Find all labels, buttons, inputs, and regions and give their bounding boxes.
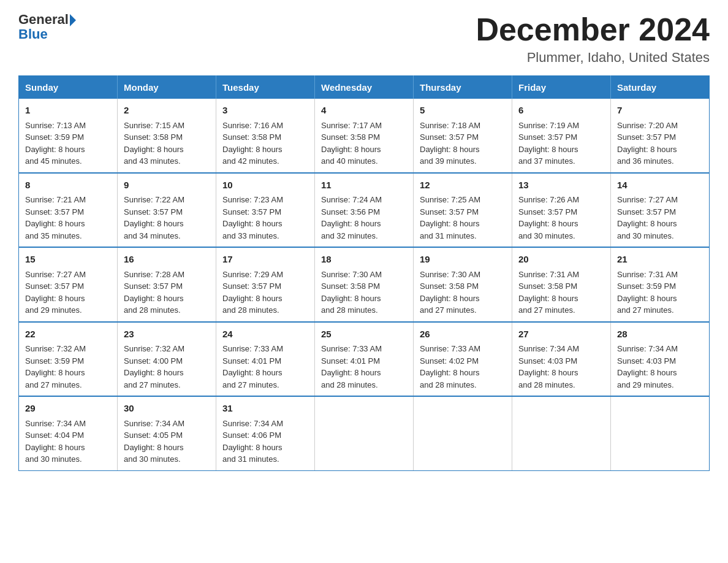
day-number: 1 [25,104,111,118]
col-thursday: Thursday [414,76,512,99]
day-info: Sunrise: 7:22 AMSunset: 3:57 PMDaylight:… [124,195,184,240]
calendar-cell [414,396,512,470]
day-number: 16 [124,253,210,267]
calendar-week-row: 22Sunrise: 7:32 AMSunset: 3:59 PMDayligh… [19,322,710,397]
logo-general: General [18,12,69,27]
day-info: Sunrise: 7:27 AMSunset: 3:57 PMDaylight:… [617,195,678,240]
calendar-table: Sunday Monday Tuesday Wednesday Thursday… [18,75,710,471]
day-number: 7 [617,104,703,118]
day-info: Sunrise: 7:18 AMSunset: 3:57 PMDaylight:… [420,121,480,166]
calendar-cell: 28Sunrise: 7:34 AMSunset: 4:03 PMDayligh… [611,322,710,397]
calendar-cell: 27Sunrise: 7:34 AMSunset: 4:03 PMDayligh… [512,322,611,397]
calendar-cell: 10Sunrise: 7:23 AMSunset: 3:57 PMDayligh… [216,173,315,248]
calendar-cell: 23Sunrise: 7:32 AMSunset: 4:00 PMDayligh… [118,322,216,397]
calendar-cell: 20Sunrise: 7:31 AMSunset: 3:58 PMDayligh… [512,247,611,322]
location-subtitle: Plummer, Idaho, United States [476,50,710,66]
day-info: Sunrise: 7:19 AMSunset: 3:57 PMDaylight:… [518,121,579,166]
day-number: 23 [124,327,210,342]
calendar-cell: 6Sunrise: 7:19 AMSunset: 3:57 PMDaylight… [512,99,611,173]
calendar-week-row: 15Sunrise: 7:27 AMSunset: 3:57 PMDayligh… [19,247,710,322]
calendar-cell: 7Sunrise: 7:20 AMSunset: 3:57 PMDaylight… [611,99,710,173]
day-number: 21 [617,253,703,267]
day-info: Sunrise: 7:31 AMSunset: 3:58 PMDaylight:… [518,270,579,315]
calendar-cell: 21Sunrise: 7:31 AMSunset: 3:59 PMDayligh… [611,247,710,322]
day-info: Sunrise: 7:33 AMSunset: 4:01 PMDaylight:… [222,344,283,389]
day-number: 9 [124,178,210,193]
day-info: Sunrise: 7:26 AMSunset: 3:57 PMDaylight:… [518,195,579,240]
day-number: 30 [124,402,210,416]
calendar-cell: 3Sunrise: 7:16 AMSunset: 3:58 PMDaylight… [216,99,315,173]
calendar-cell [512,396,611,470]
day-number: 31 [222,402,308,416]
logo: General Blue [18,12,76,42]
day-number: 8 [25,178,111,193]
calendar-cell: 1Sunrise: 7:13 AMSunset: 3:59 PMDaylight… [19,99,118,173]
calendar-cell: 11Sunrise: 7:24 AMSunset: 3:56 PMDayligh… [315,173,414,248]
day-number: 17 [222,253,308,267]
day-number: 25 [321,327,407,342]
day-number: 13 [518,178,604,193]
day-number: 22 [25,327,111,342]
day-number: 27 [518,327,604,342]
col-monday: Monday [118,76,216,99]
calendar-cell: 29Sunrise: 7:34 AMSunset: 4:04 PMDayligh… [19,396,118,470]
calendar-cell: 14Sunrise: 7:27 AMSunset: 3:57 PMDayligh… [611,173,710,248]
day-info: Sunrise: 7:29 AMSunset: 3:57 PMDaylight:… [222,270,283,315]
day-number: 19 [420,253,506,267]
day-info: Sunrise: 7:33 AMSunset: 4:02 PMDaylight:… [420,344,480,389]
day-number: 11 [321,178,407,193]
calendar-cell: 13Sunrise: 7:26 AMSunset: 3:57 PMDayligh… [512,173,611,248]
calendar-header-row: Sunday Monday Tuesday Wednesday Thursday… [19,76,710,99]
title-area: December 2024 Plummer, Idaho, United Sta… [476,12,710,66]
day-number: 18 [321,253,407,267]
calendar-cell: 30Sunrise: 7:34 AMSunset: 4:05 PMDayligh… [118,396,216,470]
day-info: Sunrise: 7:32 AMSunset: 3:59 PMDaylight:… [25,344,86,389]
day-info: Sunrise: 7:34 AMSunset: 4:03 PMDaylight:… [518,344,579,389]
day-info: Sunrise: 7:34 AMSunset: 4:05 PMDaylight:… [124,419,184,464]
day-number: 26 [420,327,506,342]
calendar-cell: 18Sunrise: 7:30 AMSunset: 3:58 PMDayligh… [315,247,414,322]
logo-arrow-icon [70,14,76,26]
calendar-cell: 8Sunrise: 7:21 AMSunset: 3:57 PMDaylight… [19,173,118,248]
day-number: 20 [518,253,604,267]
day-number: 5 [420,104,506,118]
calendar-cell [315,396,414,470]
day-info: Sunrise: 7:13 AMSunset: 3:59 PMDaylight:… [25,121,86,166]
day-number: 4 [321,104,407,118]
logo-blue: Blue [18,26,48,42]
calendar-cell: 16Sunrise: 7:28 AMSunset: 3:57 PMDayligh… [118,247,216,322]
col-wednesday: Wednesday [315,76,414,99]
col-sunday: Sunday [19,76,118,99]
header: General Blue December 2024 Plummer, Idah… [18,12,710,66]
month-title: December 2024 [476,12,710,47]
day-number: 12 [420,178,506,193]
day-number: 10 [222,178,308,193]
day-info: Sunrise: 7:30 AMSunset: 3:58 PMDaylight:… [420,270,480,315]
calendar-cell: 2Sunrise: 7:15 AMSunset: 3:58 PMDaylight… [118,99,216,173]
day-info: Sunrise: 7:23 AMSunset: 3:57 PMDaylight:… [222,195,283,240]
calendar-cell: 24Sunrise: 7:33 AMSunset: 4:01 PMDayligh… [216,322,315,397]
calendar-cell [611,396,710,470]
calendar-week-row: 1Sunrise: 7:13 AMSunset: 3:59 PMDaylight… [19,99,710,173]
calendar-cell: 17Sunrise: 7:29 AMSunset: 3:57 PMDayligh… [216,247,315,322]
day-info: Sunrise: 7:30 AMSunset: 3:58 PMDaylight:… [321,270,382,315]
day-info: Sunrise: 7:34 AMSunset: 4:06 PMDaylight:… [222,419,283,464]
calendar-cell: 9Sunrise: 7:22 AMSunset: 3:57 PMDaylight… [118,173,216,248]
calendar-cell: 5Sunrise: 7:18 AMSunset: 3:57 PMDaylight… [414,99,512,173]
logo-area: General Blue [18,12,76,42]
day-number: 24 [222,327,308,342]
day-number: 28 [617,327,703,342]
calendar-cell: 26Sunrise: 7:33 AMSunset: 4:02 PMDayligh… [414,322,512,397]
calendar-cell: 19Sunrise: 7:30 AMSunset: 3:58 PMDayligh… [414,247,512,322]
day-number: 2 [124,104,210,118]
col-friday: Friday [512,76,611,99]
calendar-cell: 12Sunrise: 7:25 AMSunset: 3:57 PMDayligh… [414,173,512,248]
day-info: Sunrise: 7:33 AMSunset: 4:01 PMDaylight:… [321,344,382,389]
day-number: 15 [25,253,111,267]
col-saturday: Saturday [611,76,710,99]
day-number: 6 [518,104,604,118]
calendar-cell: 15Sunrise: 7:27 AMSunset: 3:57 PMDayligh… [19,247,118,322]
day-info: Sunrise: 7:20 AMSunset: 3:57 PMDaylight:… [617,121,678,166]
day-info: Sunrise: 7:32 AMSunset: 4:00 PMDaylight:… [124,344,184,389]
day-info: Sunrise: 7:28 AMSunset: 3:57 PMDaylight:… [124,270,184,315]
